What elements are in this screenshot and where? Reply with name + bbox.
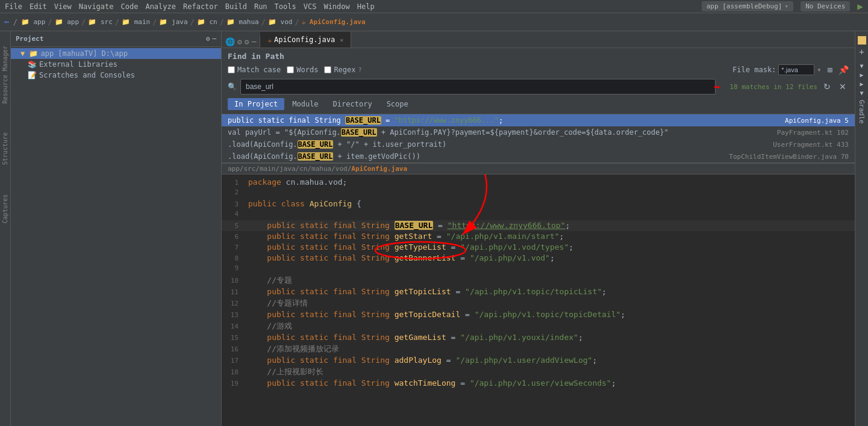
sidebar-structure[interactable]: Structure — [1, 130, 10, 167]
breadcrumb-main[interactable]: 📁 main — [122, 18, 150, 26]
file-mask-dropdown-icon[interactable]: ▾ — [817, 66, 821, 74]
result-row-2[interactable]: .load(ApiConfig.BASE_URL + "/" + it.user… — [222, 138, 855, 150]
breadcrumb-src[interactable]: 📁 src — [88, 18, 113, 26]
run-config-dropdown-icon[interactable]: ▾ — [785, 2, 789, 10]
line-num-9: 9 — [222, 264, 246, 272]
menu-help[interactable]: Help — [357, 2, 375, 11]
find-tab-scope[interactable]: Scope — [380, 98, 415, 110]
line-content-5: public static final String BASE_URL = "h… — [246, 221, 570, 230]
breadcrumb-file[interactable]: ☕ ApiConfig.java — [302, 18, 366, 26]
find-tab-directory[interactable]: Directory — [326, 98, 379, 110]
run-config-label: app [assembleDebug] — [707, 2, 782, 10]
panel-title: Project — [16, 35, 43, 43]
file-mask-input[interactable] — [778, 64, 814, 75]
result-row-3[interactable]: .load(ApiConfig.BASE_URL + item.getVodPi… — [222, 150, 855, 162]
run-config[interactable]: app [assembleDebug] ▾ — [702, 1, 793, 11]
tree-item-label: External Libraries — [39, 60, 117, 69]
line-num-19: 19 — [222, 380, 246, 387]
find-tab-module[interactable]: Module — [286, 98, 325, 110]
result-row-0[interactable]: public static final String BASE_URL = "h… — [222, 114, 855, 126]
tab-label: ApiConfig.java — [274, 36, 335, 44]
nav-back-icon[interactable]: ⬅ — [4, 16, 10, 28]
menu-build[interactable]: Build — [225, 2, 247, 11]
code-line-3: 3 public class ApiConfig { — [222, 199, 855, 209]
code-line-2: 2 — [222, 188, 855, 199]
menu-refactor[interactable]: Refactor — [183, 2, 218, 11]
result-file-3: TopChildItemViewBinder.java 70 — [729, 153, 849, 161]
menu-window[interactable]: Window — [323, 2, 349, 11]
regex-help-icon[interactable]: ? — [358, 67, 362, 73]
tree-item-scratches[interactable]: 📝 Scratches and Consoles — [11, 70, 221, 81]
sidebar-captures[interactable]: Captures — [1, 192, 10, 226]
menu-view[interactable]: View — [54, 2, 72, 11]
words-option[interactable]: Words — [287, 66, 318, 74]
find-panel-title: Find in Path — [228, 52, 849, 61]
filter-icon[interactable]: ⊞ — [828, 65, 832, 75]
result-text-after-2: + "/" + it.user_portrait) — [333, 140, 446, 149]
right-expand1[interactable]: ▶ — [860, 72, 863, 78]
breadcrumb-mahua[interactable]: 📁 mahua — [226, 18, 259, 26]
right-expand2[interactable]: ▶ — [860, 81, 863, 87]
find-tab-project[interactable]: In Project — [228, 98, 284, 110]
gradle-icon — [858, 36, 866, 45]
menu-analyze[interactable]: Analyze — [145, 2, 176, 11]
code-editor[interactable]: 1 package cn.mahua.vod; 2 3 public class… — [222, 174, 855, 426]
toolbar: ⬅ / 📁 app / 📁 app / 📁 src / 📁 main / 📁 j… — [0, 13, 868, 31]
find-refresh-button[interactable]: ↻ — [821, 81, 833, 93]
tree-item-external-libs[interactable]: 📚 External Libraries — [11, 59, 221, 70]
tab-minimize-icon[interactable]: ─ — [252, 37, 257, 46]
code-line-18: 18 //上报视影时长 — [222, 366, 855, 378]
run-button[interactable]: ▶ — [857, 1, 863, 12]
match-case-checkbox[interactable] — [228, 66, 235, 73]
gear-icon[interactable]: ⚙ — [206, 35, 210, 43]
breadcrumb-app2[interactable]: 📁 app — [55, 18, 80, 26]
tab-close-icon[interactable]: ✕ — [340, 37, 343, 43]
device-selector[interactable]: No Devices — [801, 1, 850, 11]
tab-settings-icon[interactable]: ⚙ — [237, 37, 242, 46]
breadcrumb-vod[interactable]: 📁 vod — [268, 18, 293, 26]
tab-apiconfig[interactable]: ☕ ApiConfig.java ✕ — [260, 32, 351, 48]
menu-tools[interactable]: Tools — [275, 2, 296, 11]
words-checkbox[interactable] — [287, 66, 294, 73]
pin-icon[interactable]: 📌 — [838, 65, 849, 75]
menu-code[interactable]: Code — [121, 2, 139, 11]
breadcrumb-app1[interactable]: 📁 app — [21, 18, 46, 26]
line-num-11: 11 — [222, 288, 246, 296]
find-search-input[interactable] — [240, 79, 716, 94]
sidebar-resource-manager[interactable]: Resource Manager — [1, 43, 10, 106]
regex-option[interactable]: Regex ? — [324, 66, 361, 74]
regex-checkbox[interactable] — [324, 66, 331, 73]
menu-edit[interactable]: Edit — [30, 2, 47, 11]
menu-vcs[interactable]: VCS — [304, 2, 317, 11]
line-num-14: 14 — [222, 323, 246, 330]
tab-globe-icon[interactable]: 🌐 — [225, 37, 235, 46]
menu-run[interactable]: Run — [254, 2, 267, 11]
breadcrumb-cn[interactable]: 📁 cn — [197, 18, 217, 26]
code-line-16: 16 //添加视频播放记录 — [222, 343, 855, 355]
code-line-10: 10 //专题 — [222, 274, 855, 286]
find-close-button[interactable]: ✕ — [837, 81, 849, 93]
code-line-6: 6 public static final String getStart = … — [222, 231, 855, 242]
minimize-icon[interactable]: ─ — [212, 35, 216, 43]
gradle-add-icon[interactable]: + — [859, 47, 864, 57]
menu-file[interactable]: File — [5, 2, 22, 11]
match-case-label: Match case — [237, 66, 281, 74]
find-in-path-panel: Find in Path Match case Words Regex ? — [222, 48, 855, 114]
line-content-8: public static final String getBannerList… — [246, 253, 555, 262]
gradle-tab[interactable]: Gradle — [857, 96, 867, 128]
result-file-0: ApiConfig.java 5 — [785, 117, 849, 125]
right-tree-items: ▼ ▶ ▶ ▼ — [860, 63, 863, 96]
code-line-11: 11 public static final String getTopicLi… — [222, 286, 855, 297]
menu-navigate[interactable]: Navigate — [79, 2, 114, 11]
tab-gear-icon[interactable]: ⚙ — [245, 37, 249, 46]
code-line-1: 1 package cn.mahua.vod; — [222, 177, 855, 188]
code-line-15: 15 public static final String getGameLis… — [222, 332, 855, 343]
tree-item-app-root[interactable]: ▼ 📁 app [mahuaTV] D:\app — [11, 48, 221, 59]
annotation-arrow: ⬅ — [713, 81, 720, 93]
result-row-1[interactable]: val payUrl = "${ApiConfig.BASE_URL + Api… — [222, 126, 855, 138]
match-case-option[interactable]: Match case — [228, 66, 281, 74]
find-input-row: 🔍 ⬅ 18 matches in 12 files ↻ ✕ — [228, 79, 849, 94]
right-vod-item[interactable]: ▼ — [860, 63, 863, 69]
breadcrumb-java[interactable]: 📁 java — [159, 18, 187, 26]
right-expand3[interactable]: ▼ — [860, 90, 863, 96]
